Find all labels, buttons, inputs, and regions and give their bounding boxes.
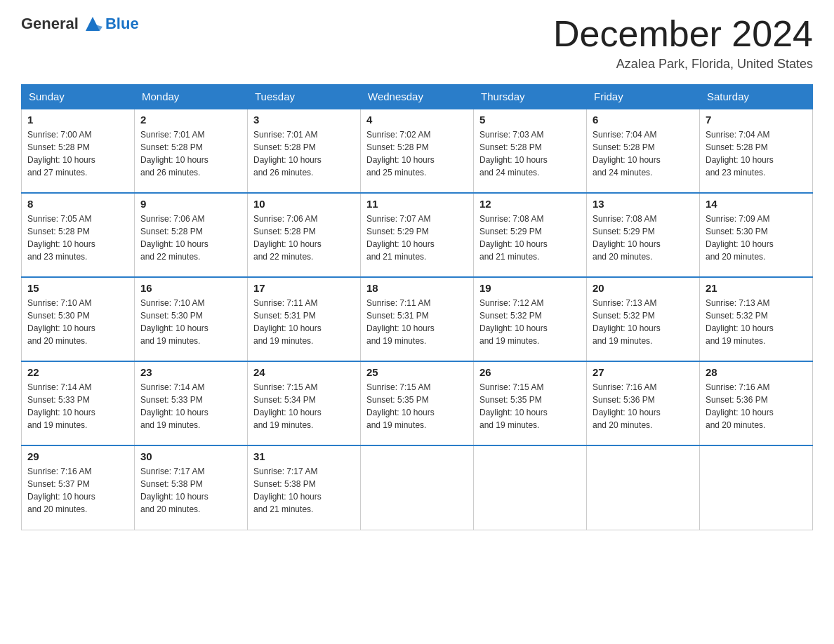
day-number: 16 (140, 282, 241, 294)
day-number: 13 (593, 198, 694, 210)
day-info: Sunrise: 7:10 AMSunset: 5:30 PMDaylight:… (27, 297, 128, 347)
day-info: Sunrise: 7:15 AMSunset: 5:35 PMDaylight:… (479, 381, 581, 431)
day-info: Sunrise: 7:03 AMSunset: 5:28 PMDaylight:… (479, 128, 581, 179)
day-info: Sunrise: 7:08 AMSunset: 5:29 PMDaylight:… (479, 213, 581, 263)
calendar-day-cell: 15Sunrise: 7:10 AMSunset: 5:30 PMDayligh… (22, 277, 135, 361)
calendar-day-cell: 25Sunrise: 7:15 AMSunset: 5:35 PMDayligh… (361, 361, 474, 445)
header-thursday: Thursday (474, 85, 587, 109)
calendar-day-cell: 19Sunrise: 7:12 AMSunset: 5:32 PMDayligh… (474, 277, 587, 361)
day-info: Sunrise: 7:02 AMSunset: 5:28 PMDaylight:… (366, 128, 468, 179)
day-number: 28 (706, 366, 807, 378)
calendar-day-cell: 26Sunrise: 7:15 AMSunset: 5:35 PMDayligh… (474, 361, 587, 445)
day-number: 5 (479, 114, 581, 126)
day-number: 8 (27, 198, 128, 210)
calendar-day-cell: 13Sunrise: 7:08 AMSunset: 5:29 PMDayligh… (587, 193, 700, 277)
calendar-day-cell: 22Sunrise: 7:14 AMSunset: 5:33 PMDayligh… (22, 361, 135, 445)
day-number: 31 (253, 450, 355, 462)
calendar-week-row: 22Sunrise: 7:14 AMSunset: 5:33 PMDayligh… (22, 361, 813, 445)
calendar-day-cell: 3Sunrise: 7:01 AMSunset: 5:28 PMDaylight… (248, 109, 361, 193)
logo-blue: Blue (105, 15, 139, 33)
day-info: Sunrise: 7:04 AMSunset: 5:28 PMDaylight:… (706, 128, 807, 179)
calendar-day-cell: 8Sunrise: 7:05 AMSunset: 5:28 PMDaylight… (22, 193, 135, 277)
day-info: Sunrise: 7:16 AMSunset: 5:36 PMDaylight:… (706, 381, 807, 431)
day-number: 10 (253, 198, 355, 210)
calendar-day-cell: 9Sunrise: 7:06 AMSunset: 5:28 PMDaylight… (135, 193, 248, 277)
day-info: Sunrise: 7:05 AMSunset: 5:28 PMDaylight:… (27, 213, 128, 263)
day-info: Sunrise: 7:16 AMSunset: 5:37 PMDaylight:… (27, 465, 128, 516)
calendar-day-cell: 14Sunrise: 7:09 AMSunset: 5:30 PMDayligh… (700, 193, 813, 277)
header-monday: Monday (135, 85, 248, 109)
day-info: Sunrise: 7:13 AMSunset: 5:32 PMDaylight:… (593, 297, 694, 347)
day-number: 20 (593, 282, 694, 294)
calendar-day-cell: 24Sunrise: 7:15 AMSunset: 5:34 PMDayligh… (248, 361, 361, 445)
header-saturday: Saturday (700, 85, 813, 109)
day-number: 30 (140, 450, 241, 462)
day-number: 23 (140, 366, 241, 378)
logo-icon (83, 14, 102, 34)
day-info: Sunrise: 7:07 AMSunset: 5:29 PMDaylight:… (366, 213, 468, 263)
day-info: Sunrise: 7:12 AMSunset: 5:32 PMDaylight:… (479, 297, 581, 347)
day-number: 22 (27, 366, 128, 378)
day-info: Sunrise: 7:13 AMSunset: 5:32 PMDaylight:… (706, 297, 807, 347)
day-number: 19 (479, 282, 581, 294)
day-info: Sunrise: 7:16 AMSunset: 5:36 PMDaylight:… (593, 381, 694, 431)
calendar-day-cell: 27Sunrise: 7:16 AMSunset: 5:36 PMDayligh… (587, 361, 700, 445)
logo-general: General (21, 15, 79, 33)
day-number: 18 (366, 282, 468, 294)
calendar-week-row: 29Sunrise: 7:16 AMSunset: 5:37 PMDayligh… (22, 445, 813, 530)
day-number: 15 (27, 282, 128, 294)
calendar-day-cell: 6Sunrise: 7:04 AMSunset: 5:28 PMDaylight… (587, 109, 700, 193)
day-number: 25 (366, 366, 468, 378)
calendar-day-cell (587, 445, 700, 530)
calendar-day-cell: 29Sunrise: 7:16 AMSunset: 5:37 PMDayligh… (22, 445, 135, 530)
day-info: Sunrise: 7:17 AMSunset: 5:38 PMDaylight:… (253, 465, 355, 516)
calendar-day-cell: 23Sunrise: 7:14 AMSunset: 5:33 PMDayligh… (135, 361, 248, 445)
calendar-day-cell: 2Sunrise: 7:01 AMSunset: 5:28 PMDaylight… (135, 109, 248, 193)
calendar-day-cell: 10Sunrise: 7:06 AMSunset: 5:28 PMDayligh… (248, 193, 361, 277)
day-info: Sunrise: 7:15 AMSunset: 5:35 PMDaylight:… (366, 381, 468, 431)
calendar-day-cell: 4Sunrise: 7:02 AMSunset: 5:28 PMDaylight… (361, 109, 474, 193)
day-info: Sunrise: 7:14 AMSunset: 5:33 PMDaylight:… (140, 381, 241, 431)
day-number: 26 (479, 366, 581, 378)
month-title: December 2024 (553, 14, 813, 54)
logo: General Blue (21, 14, 139, 34)
day-info: Sunrise: 7:06 AMSunset: 5:28 PMDaylight:… (140, 213, 241, 263)
day-number: 21 (706, 282, 807, 294)
day-number: 2 (140, 114, 241, 126)
day-number: 24 (253, 366, 355, 378)
day-number: 17 (253, 282, 355, 294)
day-number: 11 (366, 198, 468, 210)
calendar-day-cell: 18Sunrise: 7:11 AMSunset: 5:31 PMDayligh… (361, 277, 474, 361)
calendar-table: Sunday Monday Tuesday Wednesday Thursday… (21, 84, 813, 530)
day-info: Sunrise: 7:09 AMSunset: 5:30 PMDaylight:… (706, 213, 807, 263)
day-info: Sunrise: 7:04 AMSunset: 5:28 PMDaylight:… (593, 128, 694, 179)
day-number: 1 (27, 114, 128, 126)
header-wednesday: Wednesday (361, 85, 474, 109)
day-info: Sunrise: 7:11 AMSunset: 5:31 PMDaylight:… (253, 297, 355, 347)
day-info: Sunrise: 7:08 AMSunset: 5:29 PMDaylight:… (593, 213, 694, 263)
day-info: Sunrise: 7:17 AMSunset: 5:38 PMDaylight:… (140, 465, 241, 516)
location-subtitle: Azalea Park, Florida, United States (553, 57, 813, 72)
calendar-day-cell: 1Sunrise: 7:00 AMSunset: 5:28 PMDaylight… (22, 109, 135, 193)
calendar-day-cell: 17Sunrise: 7:11 AMSunset: 5:31 PMDayligh… (248, 277, 361, 361)
calendar-header-row: Sunday Monday Tuesday Wednesday Thursday… (22, 85, 813, 109)
day-info: Sunrise: 7:01 AMSunset: 5:28 PMDaylight:… (140, 128, 241, 179)
calendar-day-cell: 7Sunrise: 7:04 AMSunset: 5:28 PMDaylight… (700, 109, 813, 193)
header-sunday: Sunday (22, 85, 135, 109)
calendar-day-cell: 31Sunrise: 7:17 AMSunset: 5:38 PMDayligh… (248, 445, 361, 530)
day-info: Sunrise: 7:01 AMSunset: 5:28 PMDaylight:… (253, 128, 355, 179)
calendar-day-cell: 28Sunrise: 7:16 AMSunset: 5:36 PMDayligh… (700, 361, 813, 445)
header-tuesday: Tuesday (248, 85, 361, 109)
day-number: 12 (479, 198, 581, 210)
page-header: General Blue December 2024 Azalea Park, … (21, 14, 813, 72)
day-info: Sunrise: 7:11 AMSunset: 5:31 PMDaylight:… (366, 297, 468, 347)
calendar-day-cell: 21Sunrise: 7:13 AMSunset: 5:32 PMDayligh… (700, 277, 813, 361)
day-info: Sunrise: 7:00 AMSunset: 5:28 PMDaylight:… (27, 128, 128, 179)
calendar-day-cell: 16Sunrise: 7:10 AMSunset: 5:30 PMDayligh… (135, 277, 248, 361)
day-number: 29 (27, 450, 128, 462)
calendar-week-row: 15Sunrise: 7:10 AMSunset: 5:30 PMDayligh… (22, 277, 813, 361)
calendar-day-cell (474, 445, 587, 530)
calendar-week-row: 8Sunrise: 7:05 AMSunset: 5:28 PMDaylight… (22, 193, 813, 277)
calendar-day-cell: 12Sunrise: 7:08 AMSunset: 5:29 PMDayligh… (474, 193, 587, 277)
day-info: Sunrise: 7:10 AMSunset: 5:30 PMDaylight:… (140, 297, 241, 347)
